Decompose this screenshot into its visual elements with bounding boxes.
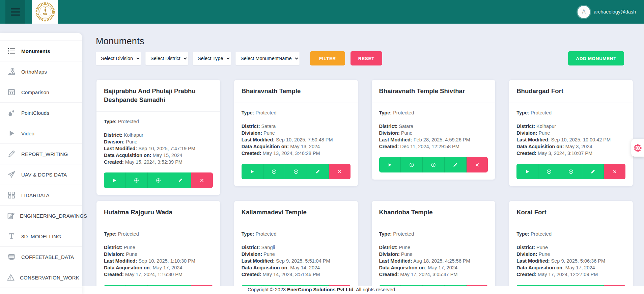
- monument-card: Khandoba Temple Type: Protected District…: [372, 201, 496, 294]
- card-play-button[interactable]: [242, 164, 263, 179]
- data-acquisition-label: Data Acquisition on:: [516, 144, 564, 149]
- card-add-alt-button[interactable]: [560, 164, 582, 179]
- last-modified-label: Last Modified:: [104, 146, 137, 151]
- card-play-button[interactable]: [104, 172, 126, 188]
- district-label: District:: [379, 124, 398, 129]
- monument-title: Khandoba Temple: [379, 208, 488, 217]
- hamburger-menu-button[interactable]: [5, 0, 25, 24]
- close-icon: [612, 169, 617, 174]
- card-play-button[interactable]: [379, 157, 401, 172]
- card-edit-button[interactable]: [445, 157, 467, 172]
- division-select[interactable]: Select Division: [96, 52, 141, 65]
- card-edit-button[interactable]: [169, 172, 191, 188]
- card-delete-button[interactable]: [329, 164, 351, 179]
- last-modified-row: Last Modified: Feb 28, 2025, 4:59:26 PM: [379, 136, 488, 143]
- type-row: Type: Protected: [379, 109, 488, 116]
- data-acquisition-value: May 3, 2024: [565, 144, 592, 149]
- last-modified-label: Last Modified:: [516, 137, 550, 142]
- card-add-button[interactable]: [263, 164, 285, 179]
- district-value: Satara: [261, 124, 276, 129]
- card-delete-button[interactable]: [467, 157, 488, 172]
- sidebar-item-orthomaps[interactable]: OrthoMaps: [0, 61, 82, 82]
- sidebar-item-label: Monuments: [21, 48, 50, 54]
- sidebar-item-pointclouds[interactable]: PointClouds: [0, 103, 82, 123]
- user-menu[interactable]: A archaeology@dash: [578, 0, 636, 24]
- district-label: District:: [104, 132, 122, 138]
- data-acquisition-value: May 14, 2024: [290, 265, 320, 270]
- monument-title: Bajiprabhu And Phulaji Prabhu Deshpande …: [104, 87, 213, 104]
- last-modified-value: Aug 18, 2025, 4:25:56 PM: [413, 258, 470, 264]
- card-add-button[interactable]: [538, 164, 560, 179]
- last-modified-label: Last Modified:: [379, 137, 412, 142]
- district-row: District: Kolhapur: [516, 123, 625, 130]
- reset-button[interactable]: RESET: [351, 51, 382, 65]
- sidebar-item-lidardata[interactable]: LIDARDATA: [0, 185, 82, 206]
- droplets-icon: [6, 108, 17, 117]
- sidebar-item-report-writing[interactable]: REPORT_WRITING: [0, 144, 82, 164]
- district-value: Pune: [399, 245, 410, 250]
- pencil-solid-icon: [590, 169, 595, 174]
- sidebar-item-comparison[interactable]: Comparison: [0, 82, 82, 103]
- data-acquisition-label: Data Acquisition on:: [104, 265, 151, 270]
- copyright-text: Copyright © 2023: [248, 287, 287, 292]
- division-value: Pune: [263, 251, 275, 257]
- card-add-alt-button[interactable]: [285, 164, 307, 179]
- play-solid-icon: [525, 169, 530, 174]
- card-add-alt-button[interactable]: [148, 172, 170, 188]
- card-edit-button[interactable]: [582, 164, 604, 179]
- add-monument-button[interactable]: ADD MONUMENT: [568, 51, 624, 65]
- last-modified-value: Sep 9, 2025, 5:06:36 PM: [551, 258, 605, 264]
- last-modified-row: Last Modified: Aug 18, 2025, 4:25:56 PM: [379, 258, 488, 264]
- card-add-button[interactable]: [401, 157, 423, 172]
- type-value: Protected: [393, 110, 414, 115]
- sidebar-item-coffeetable-data[interactable]: COFFEETABLE_DATA: [0, 247, 82, 267]
- plus-circle-icon: [568, 169, 573, 174]
- data-acquisition-label: Data Acquisition on:: [242, 144, 289, 149]
- data-acquisition-value: May 15, 2024: [152, 153, 182, 158]
- sidebar-item-conservation-work[interactable]: CONSERVATION_WORK: [0, 267, 82, 288]
- division-label: Division:: [516, 130, 537, 136]
- sidebar-item-video[interactable]: Video: [0, 123, 82, 144]
- card-delete-button[interactable]: [191, 172, 213, 188]
- division-value: Pune: [539, 251, 550, 257]
- filter-button[interactable]: FILTER: [310, 51, 345, 65]
- district-value: Satara: [399, 124, 413, 129]
- monument-name-select[interactable]: Select MonumentName: [235, 52, 300, 65]
- created-label: Created:: [242, 272, 261, 277]
- sidebar-item-label: LIDARDATA: [21, 192, 50, 198]
- sidebar-item-uav-dgps-data[interactable]: UAV & DGPS DATA: [0, 164, 82, 185]
- plus-circle-icon: [272, 169, 277, 174]
- sidebar-item-label: REPORT_WRITING: [21, 151, 68, 157]
- sidebar-item-engineering-drawings[interactable]: ENGINEERING_DRAWINGS: [0, 206, 82, 226]
- created-value: May 3, 2024, 3:10:07 PM: [538, 151, 592, 156]
- last-modified-row: Last Modified: Sep 10, 2025, 1:10:30 PM: [104, 258, 213, 264]
- pencil-solid-icon: [315, 169, 320, 174]
- created-label: Created:: [516, 272, 536, 277]
- type-row: Type: Protected: [516, 109, 625, 116]
- data-acquisition-row: Data Acquisition on: May 15, 2024: [104, 152, 213, 159]
- type-select[interactable]: Select Type: [193, 52, 231, 65]
- pencil-solid-icon: [178, 178, 183, 183]
- division-row: Division: Pune: [242, 251, 351, 258]
- card-add-alt-button[interactable]: [423, 157, 445, 172]
- sidebar-item-3d-modelling[interactable]: 3D_MODELLING: [0, 226, 82, 247]
- data-acquisition-row: Data Acquisition on: May 17, 2024: [104, 264, 213, 271]
- rights-text: . All rights reserved.: [354, 287, 396, 292]
- last-modified-row: Last Modified: Sep 10, 2025, 7:50:48 PM: [242, 136, 351, 143]
- card-add-button[interactable]: [126, 172, 148, 188]
- monument-card-grid: Bajiprabhu And Phulaji Prabhu Deshpande …: [96, 80, 633, 294]
- sidebar-item-monuments[interactable]: Monuments: [0, 41, 82, 61]
- card-delete-button[interactable]: [604, 164, 625, 179]
- created-label: Created:: [516, 151, 536, 156]
- district-select[interactable]: Select District: [145, 52, 188, 65]
- warning-triangle-icon: [6, 273, 15, 282]
- division-value: Pune: [539, 130, 550, 136]
- type-value: Protected: [255, 231, 276, 237]
- card-play-button[interactable]: [516, 164, 538, 179]
- district-value: Pune: [536, 245, 548, 250]
- map-pin-icon: [6, 67, 17, 76]
- settings-fab[interactable]: [631, 139, 644, 157]
- card-edit-button[interactable]: [307, 164, 329, 179]
- sidebar-item-label: CONSERVATION_WORK: [20, 275, 79, 280]
- monument-card: Korai Fort Type: Protected District: Pun…: [509, 201, 633, 294]
